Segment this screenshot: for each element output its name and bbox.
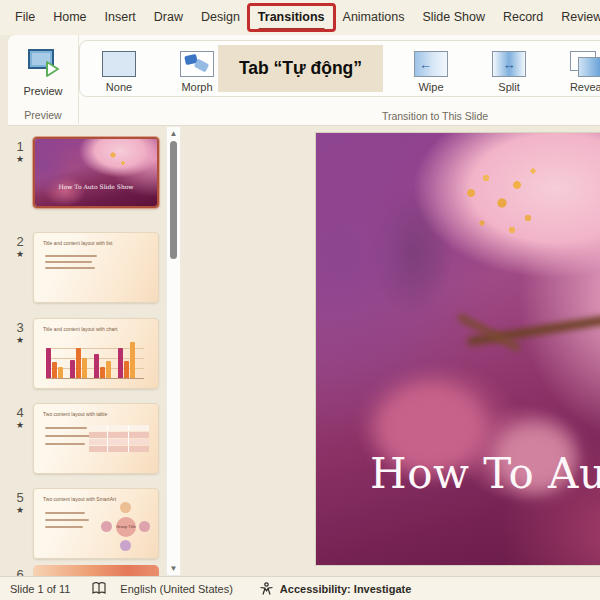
- transition-group-label: Transition to This Slide: [325, 110, 545, 122]
- preview-group-label: Preview: [8, 109, 78, 121]
- scroll-up-icon[interactable]: ▲: [167, 129, 180, 138]
- split-transition-icon: ↔: [492, 51, 526, 77]
- flower-photo-mini: [35, 139, 157, 206]
- slide-number: 4: [9, 405, 31, 420]
- preview-button-label: Preview: [23, 85, 62, 97]
- transition-label: Wipe: [418, 81, 443, 93]
- smartart-diagram: Group Title: [100, 501, 152, 553]
- mini-bar-chart: [46, 340, 144, 379]
- tab-slide-show[interactable]: Slide Show: [413, 0, 494, 35]
- slide-counter[interactable]: Slide 1 of 11: [10, 583, 70, 595]
- slide-1-thumb-title: How To Auto Slide Show: [35, 183, 157, 190]
- thumbnail-meta: 1 ★: [9, 139, 31, 164]
- animation-star-icon: ★: [9, 335, 31, 345]
- scrollbar-thumb[interactable]: [170, 141, 177, 259]
- thumbnail-meta: 4 ★: [9, 405, 31, 430]
- tab-transitions-label: Transitions: [258, 10, 325, 24]
- preview-icon: [25, 48, 61, 78]
- tab-home[interactable]: Home: [44, 0, 95, 35]
- thumbnail-meta: 5 ★: [9, 490, 31, 515]
- slide-4-thumb-title: Two content layout with table: [43, 411, 107, 417]
- current-slide[interactable]: How To Auto Slide Show: [316, 133, 600, 565]
- slide-canvas: How To Auto Slide Show: [183, 125, 600, 577]
- transition-item-split[interactable]: ↔ Split: [470, 41, 548, 96]
- slide-number: 3: [9, 320, 31, 335]
- slide-5-thumbnail[interactable]: Two content layout with SmartArt Group T…: [33, 488, 159, 559]
- animation-star-icon: ★: [9, 154, 31, 164]
- slide-2-thumb-title: Title and content layout with list: [43, 240, 112, 246]
- thumbnail-meta: 3 ★: [9, 320, 31, 345]
- tutorial-annotation-label: Tab “Tự động”: [218, 45, 383, 92]
- tab-design[interactable]: Design: [192, 0, 249, 35]
- animation-star-icon: ★: [9, 249, 31, 259]
- morph-transition-icon: [180, 51, 214, 77]
- smartart-center-label: Group Title: [116, 517, 136, 537]
- transition-label: None: [106, 81, 132, 93]
- tab-file[interactable]: File: [6, 0, 44, 35]
- slide-3-thumb-title: Title and content layout with chart: [43, 326, 117, 332]
- slide-number: 2: [9, 234, 31, 249]
- preview-button[interactable]: Preview: [13, 40, 73, 106]
- animation-star-icon: ★: [9, 505, 31, 515]
- spellcheck-book-icon[interactable]: [92, 582, 106, 595]
- wipe-transition-icon: ←: [414, 51, 448, 77]
- slide-2-thumbnail[interactable]: Title and content layout with list: [33, 232, 159, 303]
- ribbon-tab-bar: File Home Insert Draw Design Transitions…: [0, 0, 600, 35]
- reveal-transition-icon: [570, 51, 600, 77]
- thumbnail-scrollbar[interactable]: ▲ ▼: [166, 126, 181, 576]
- slide-number: 5: [9, 490, 31, 505]
- animation-star-icon: ★: [9, 420, 31, 430]
- slide-thumbnail-panel: 1 ★ How To Auto Slide Show 2 ★ Title and…: [0, 125, 183, 577]
- scroll-down-icon[interactable]: ▼: [167, 564, 180, 573]
- slide-4-thumbnail[interactable]: Two content layout with table: [33, 403, 159, 474]
- mini-table: [89, 425, 149, 453]
- language-status[interactable]: English (United States): [120, 583, 233, 595]
- transition-item-reveal[interactable]: Reveal: [548, 41, 600, 96]
- tab-draw[interactable]: Draw: [145, 0, 192, 35]
- transitions-ribbon: Preview Preview None Morph ← Wipe ↔ Spli…: [8, 35, 600, 126]
- slide-3-thumbnail[interactable]: Title and content layout with chart: [33, 318, 159, 389]
- status-bar: Slide 1 of 11 English (United States) Ac…: [0, 576, 600, 600]
- accessibility-icon: [259, 582, 274, 596]
- slide-number: 1: [9, 139, 31, 154]
- tab-insert[interactable]: Insert: [96, 0, 145, 35]
- selected-tab-underline: [258, 28, 325, 31]
- transition-label: Split: [498, 81, 519, 93]
- powerpoint-window: { "menu": { "tabs": ["File","Home","Inse…: [0, 0, 600, 600]
- cherry-blossom-photo: [316, 133, 600, 565]
- transition-label: Morph: [181, 81, 212, 93]
- transition-item-wipe[interactable]: ← Wipe: [392, 41, 470, 96]
- slide-title-text[interactable]: How To Auto Slide Show: [370, 449, 600, 498]
- tab-record[interactable]: Record: [494, 0, 552, 35]
- transition-item-none[interactable]: None: [80, 41, 158, 96]
- accessibility-status[interactable]: Accessibility: Investigate: [280, 583, 411, 595]
- preview-group: Preview Preview: [8, 35, 79, 124]
- none-transition-icon: [102, 51, 136, 77]
- tab-review[interactable]: Review: [552, 0, 600, 35]
- tab-transitions[interactable]: Transitions: [249, 0, 334, 35]
- tab-animations[interactable]: Animations: [334, 0, 414, 35]
- slide-1-thumbnail[interactable]: How To Auto Slide Show: [33, 137, 159, 208]
- transition-label: Reveal: [570, 81, 600, 93]
- thumbnail-meta: 2 ★: [9, 234, 31, 259]
